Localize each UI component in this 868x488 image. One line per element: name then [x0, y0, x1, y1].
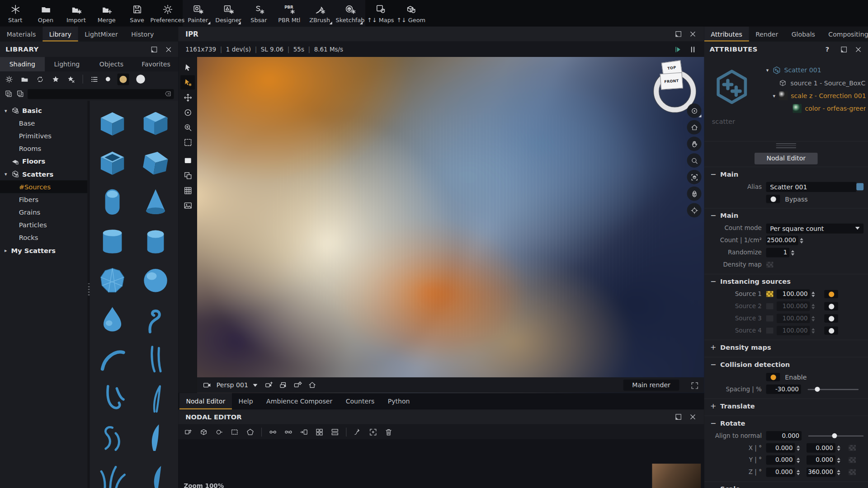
search-input[interactable]	[30, 89, 165, 98]
spinner-arrows-icon[interactable]	[797, 457, 802, 463]
section-header-collision-detection[interactable]: −Collision detection	[704, 357, 868, 371]
node-tree-item-color[interactable]: color - orfeas-green-...	[766, 102, 866, 114]
overlay-icon[interactable]	[180, 168, 195, 183]
spin-down[interactable]	[811, 295, 815, 297]
list-icon[interactable]	[90, 75, 99, 83]
expand-all-icon[interactable]	[5, 89, 13, 98]
tab-globals[interactable]: Globals	[785, 27, 822, 42]
sidebar-item--sources[interactable]: #Sources	[0, 180, 87, 193]
number-input[interactable]: -30.000	[766, 385, 801, 394]
spin-down[interactable]	[797, 448, 800, 450]
render-viewport[interactable]: TOP FRONT Persp 001 Main render	[178, 57, 704, 393]
spinner-arrows-icon[interactable]	[837, 469, 842, 475]
pause-icon[interactable]	[689, 45, 697, 53]
node-import-icon[interactable]	[299, 427, 308, 436]
spin-up[interactable]	[837, 457, 840, 460]
spin-up[interactable]	[800, 238, 803, 240]
asset-thumbnail-capsule[interactable]	[91, 183, 134, 221]
star-x-icon[interactable]	[67, 75, 75, 83]
asset-thumbnail-cube[interactable]	[91, 104, 134, 142]
chevron-down-icon[interactable]	[253, 384, 258, 386]
asset-thumbnail-cylinder[interactable]	[91, 222, 134, 260]
isolate-icon[interactable]	[687, 170, 702, 184]
asset-thumbnail-cylinder-round[interactable]	[134, 222, 177, 260]
map-slot-icon[interactable]	[849, 445, 856, 450]
tab-materials[interactable]: Materials	[0, 27, 42, 42]
node-preview-thumbnail[interactable]	[652, 464, 701, 488]
source-radio[interactable]	[824, 290, 838, 298]
collapse-icon[interactable]: −	[710, 170, 716, 178]
map-slot-icon[interactable]	[766, 262, 774, 267]
section-header-instancing-sources[interactable]: −Instancing sources	[704, 274, 868, 288]
source-map-icon[interactable]	[766, 328, 774, 333]
slider-track[interactable]	[808, 389, 859, 389]
expand-icon[interactable]: +	[710, 402, 716, 410]
thumbnail-size-dot[interactable]	[106, 77, 110, 81]
panel-drag-handle[interactable]	[704, 141, 868, 150]
toolbar-button-pbr-mtl[interactable]: PBRPBR Mtl	[274, 0, 304, 27]
zoom-icon[interactable]	[687, 153, 702, 168]
render-target-dropdown[interactable]: Main render	[623, 380, 679, 390]
number-input[interactable]: 100.000	[777, 289, 810, 299]
trash-icon[interactable]	[384, 427, 393, 436]
spin-down[interactable]	[797, 473, 800, 475]
route-icon[interactable]	[353, 427, 362, 436]
alias-input[interactable]: Scatter 001	[766, 182, 856, 192]
spin-down[interactable]	[811, 307, 815, 309]
caret-down-icon[interactable]: ▾	[3, 171, 8, 177]
spin-up[interactable]	[811, 316, 815, 318]
section-header-density-maps[interactable]: +Density maps	[704, 340, 868, 354]
node-frame-icon[interactable]	[230, 427, 239, 436]
node-tree-item-scatter[interactable]: ▾Scatter 001	[766, 64, 866, 76]
camera-settings-icon[interactable]	[293, 380, 302, 389]
tab-history[interactable]: History	[125, 27, 160, 42]
toolbar-button-preferences[interactable]: Preferences	[152, 0, 183, 27]
toolbar-button-import[interactable]: Import	[61, 0, 91, 27]
node-circle-icon[interactable]	[215, 427, 224, 436]
caret-down-icon[interactable]: ▾	[3, 108, 8, 113]
sidebar-item-basic[interactable]: ▾Basic	[0, 104, 87, 117]
spinner-arrows-icon[interactable]	[837, 445, 842, 450]
nodal-editor-canvas[interactable]: Zoom 100%	[178, 439, 704, 488]
editor-tab-help[interactable]: Help	[232, 393, 259, 409]
slider-knob[interactable]	[832, 433, 837, 438]
panel-splitter[interactable]	[87, 101, 90, 488]
number-input[interactable]: 0.000	[807, 455, 835, 465]
asset-thumbnail-cluster[interactable]	[91, 458, 134, 488]
spinner-arrows-icon[interactable]	[811, 304, 816, 309]
node-pentagon-icon[interactable]	[246, 427, 255, 436]
play-icon[interactable]	[674, 45, 682, 53]
maximize-icon[interactable]	[150, 45, 158, 53]
asset-thumbnail-arc[interactable]	[91, 340, 134, 378]
sidebar-item-scatters[interactable]: ▾Scatters	[0, 168, 87, 180]
toolbar-button-sketchfab[interactable]: Sketchfab	[335, 0, 365, 27]
grid4-icon[interactable]	[315, 427, 324, 436]
collapse-icon[interactable]: −	[710, 360, 716, 368]
collapse-all-icon[interactable]	[16, 89, 24, 98]
maximize-icon[interactable]	[674, 413, 682, 421]
tab-attributes[interactable]: Attributes	[704, 27, 749, 42]
close-icon[interactable]	[689, 30, 697, 38]
library-tab-lighting[interactable]: Lighting	[45, 57, 90, 71]
asset-thumbnail-cone[interactable]	[134, 183, 177, 221]
toolbar-button-save[interactable]: Save	[122, 0, 152, 27]
number-input[interactable]: 1	[766, 248, 789, 258]
spin-up[interactable]	[791, 250, 794, 252]
asset-thumbnail-drop[interactable]	[91, 300, 134, 338]
library-tab-favorites[interactable]: Favorites	[134, 57, 179, 71]
home-icon[interactable]	[687, 120, 702, 135]
sidebar-item-rocks[interactable]: Rocks	[0, 231, 87, 244]
maximize-icon[interactable]	[840, 45, 848, 53]
collapse-icon[interactable]: −	[710, 277, 716, 285]
clear-search-icon[interactable]	[165, 90, 172, 98]
spin-down[interactable]	[791, 253, 794, 255]
zoom-region-icon[interactable]	[180, 120, 195, 135]
maximize-icon[interactable]	[674, 30, 682, 38]
sidebar-item-my-scatters[interactable]: ▸My Scatters	[0, 244, 87, 257]
map-slot-icon[interactable]	[849, 457, 856, 463]
target-icon[interactable]	[687, 103, 702, 118]
library-tab-shading[interactable]: Shading	[0, 57, 45, 71]
spinner-arrows-icon[interactable]	[811, 328, 816, 333]
collapse-icon[interactable]: −	[710, 211, 716, 220]
orbit-icon[interactable]	[180, 105, 195, 120]
